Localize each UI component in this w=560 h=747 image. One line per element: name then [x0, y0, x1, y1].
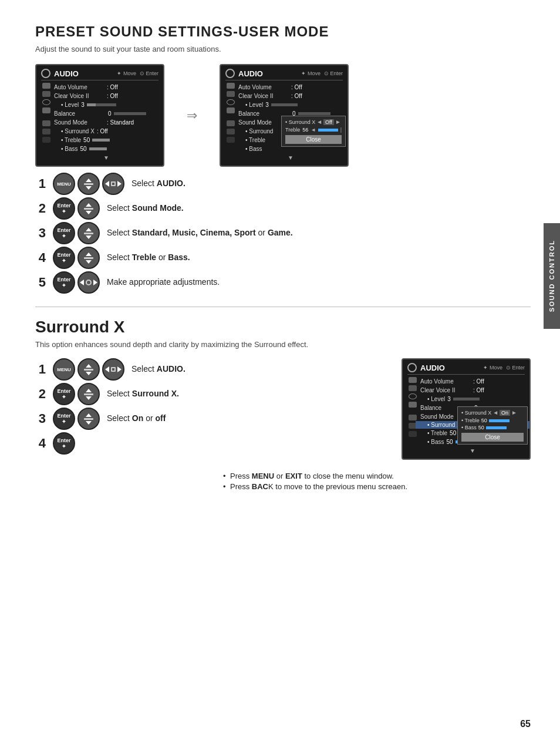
preset-submenu-right: • Surround X ◄ Off ► Treble 56 ◄ | C	[281, 116, 346, 147]
row-treble-left: • Treble 50	[54, 136, 158, 144]
menu-rows-right: Auto Volume : Off Clear Voice II : Off •…	[238, 83, 343, 162]
page-number: 65	[520, 719, 531, 729]
preset-close-btn[interactable]: Close	[285, 135, 342, 144]
audio-icon-left	[41, 69, 50, 78]
enter-button-s3[interactable]: Enter✦	[53, 408, 75, 430]
enter-button-s4[interactable]: Enter✦	[53, 432, 75, 455]
preset-panel-left-hint-enter: ⊙ Enter	[140, 70, 158, 76]
preset-panel-left-title: AUDIO	[54, 69, 113, 78]
surround-desc: This option enhances sound depth and cla…	[35, 340, 531, 349]
preset-panel-left-body: Auto Volume : Off Clear Voice II : Off •…	[41, 83, 158, 162]
row-down-arrow-right: ▼	[238, 153, 343, 162]
icon3	[42, 99, 50, 105]
icon6	[42, 129, 50, 134]
surround-step1-buttons: MENU	[53, 358, 124, 381]
nav-button-3[interactable]	[77, 222, 100, 244]
preset-panel-right-body: Auto Volume : Off Clear Voice II : Off •…	[225, 83, 343, 162]
nav-button-1[interactable]	[77, 173, 100, 195]
surround-title: Surround X	[35, 318, 531, 337]
surround-treble-row: • Treble 50	[461, 418, 524, 423]
surround-panel: AUDIO ✦ Move ⊙ Enter	[402, 358, 531, 460]
section-divider	[35, 307, 531, 307]
bottom-note-1: Press MENU or EXIT to close the menu win…	[223, 472, 531, 480]
surround-close-btn[interactable]: Close	[461, 433, 524, 442]
row-auto-volume-left: Auto Volume : Off	[54, 83, 158, 92]
row-sound-mode-left: Sound Mode : Standard	[54, 118, 158, 127]
step1-buttons: MENU	[53, 173, 124, 195]
surround-panel-header: AUDIO ✦ Move ⊙ Enter	[407, 363, 525, 375]
lr-button-s1[interactable]	[102, 358, 124, 381]
preset-panel-left-header: AUDIO ✦ Move ⊙ Enter	[41, 69, 158, 80]
bottom-note-2: Press BACK to move to the previous menu …	[223, 482, 531, 491]
enter-button-5[interactable]: Enter✦	[53, 271, 75, 294]
preset-screenshots-row: AUDIO ✦ Move ⊙ Enter Auto Volume	[35, 64, 531, 167]
preset-title: PRESET SOUND SETTINGS-USER MODE	[35, 23, 531, 40]
enter-button-3[interactable]: Enter✦	[53, 222, 75, 244]
menu-button-1[interactable]: MENU	[53, 173, 75, 195]
menu-button-s1[interactable]: MENU	[53, 358, 75, 381]
preset-step-3: 3 Enter✦ Select Standard, Music, Cinema,…	[35, 222, 531, 244]
row-auto-volume-right: Auto Volume : Off	[238, 83, 343, 92]
preset-panel-right-hint-enter: ⊙ Enter	[324, 70, 343, 76]
step4-buttons: Enter✦	[53, 247, 100, 269]
row-bass-left: • Bass 50	[54, 144, 158, 153]
sidebar-icons-right	[225, 83, 236, 162]
row-balance-left: Balance 0	[54, 109, 158, 118]
enter-button-2[interactable]: Enter✦	[53, 197, 75, 220]
row-level-right: • Level 3	[238, 100, 343, 109]
row-level-s: • Level 3	[420, 395, 525, 403]
treble-ctrl-row: Treble 56 ◄ |	[285, 127, 342, 133]
preset-step-5: 5 Enter✦ Make appropriate adjustments.	[35, 271, 531, 294]
surround-panel-title: AUDIO	[420, 364, 480, 372]
row-down-arrow-left: ▼	[54, 153, 158, 162]
nav-button-4[interactable]	[77, 247, 100, 269]
icon4	[42, 107, 50, 113]
icon2	[42, 91, 50, 97]
bottom-notes: Press MENU or EXIT to close the menu win…	[223, 472, 531, 491]
sidebar-icons-surround	[407, 377, 418, 455]
preset-step-1: 1 MENU Select AUDIO.	[35, 173, 531, 195]
step2-buttons: Enter✦	[53, 197, 100, 220]
surround-submenu: • Surround X ◄ On ► • Treble 50	[457, 406, 528, 445]
preset-panel-right: AUDIO ✦ Move ⊙ Enter Auto Volume	[220, 64, 349, 167]
nav-button-s2[interactable]	[77, 383, 100, 405]
step3-buttons: Enter✦	[53, 222, 100, 244]
row-down-arrow-s: ▼	[420, 446, 525, 455]
surround-content: 1 MENU Select AUDIO. 2	[35, 358, 531, 460]
preset-panel-left-hint-move: ✦ Move	[117, 70, 136, 76]
side-tab: SOUND CONTROL	[544, 223, 560, 329]
preset-steps: 1 MENU Select AUDIO. 2 Enter✦	[35, 173, 531, 296]
surround-ctrl-row: • Surround X ◄ Off ►	[285, 119, 342, 125]
surround-step-4: 4 Enter✦	[35, 432, 384, 455]
preset-panel-right-hint-move: ✦ Move	[301, 70, 321, 76]
step5-buttons: Enter✦	[53, 271, 100, 294]
bass-bar-left	[89, 147, 107, 150]
surround-step-1: 1 MENU Select AUDIO.	[35, 358, 384, 381]
surround-step3-buttons: Enter✦	[53, 408, 100, 430]
surround-panel-body: Auto Volume : Off Clear Voice II : Off •…	[407, 377, 525, 455]
row-clear-voice-right: Clear Voice II : Off	[238, 92, 343, 100]
arrow-right: ⇒	[187, 108, 197, 123]
enter-button-4[interactable]: Enter✦	[53, 247, 75, 269]
surround-step-3: 3 Enter✦ Select On or off	[35, 408, 384, 430]
lr-button-1[interactable]	[102, 173, 124, 195]
nav-button-2[interactable]	[77, 197, 100, 220]
side-tab-label: SOUND CONTROL	[548, 240, 555, 312]
audio-icon-surround	[407, 363, 417, 372]
level-bar-right	[271, 103, 298, 106]
row-clear-voice-left: Clear Voice II : Off	[54, 92, 158, 100]
row-surround-left: • Surround X : Off	[54, 127, 158, 136]
nav-button-s1[interactable]	[77, 358, 100, 381]
audio-icon-right	[225, 69, 235, 78]
lr-button-5[interactable]	[77, 271, 100, 294]
enter-button-s2[interactable]: Enter✦	[53, 383, 75, 405]
surround-panel-col: AUDIO ✦ Move ⊙ Enter	[402, 358, 531, 460]
preset-panel-right-title: AUDIO	[238, 69, 298, 78]
nav-button-s3[interactable]	[77, 408, 100, 430]
level-bar-left	[87, 103, 116, 106]
row-clear-voice-s: Clear Voice II : Off	[420, 386, 525, 395]
preset-panel-right-header: AUDIO ✦ Move ⊙ Enter	[225, 69, 343, 80]
icon7	[42, 137, 50, 143]
sidebar-icons-left	[41, 83, 52, 162]
balance-bar-left	[114, 112, 146, 115]
